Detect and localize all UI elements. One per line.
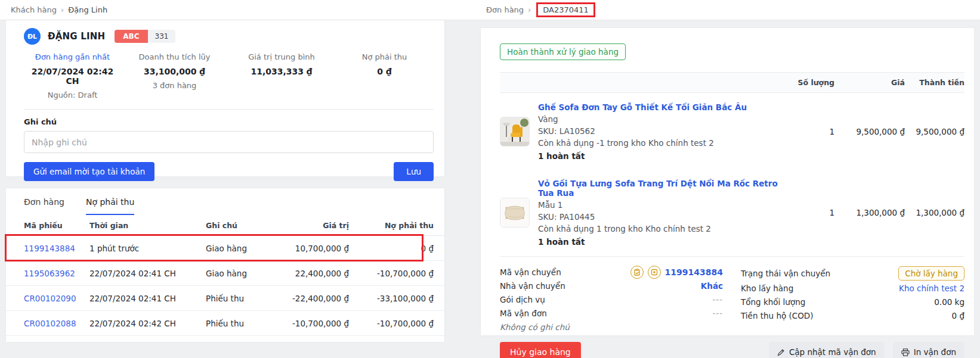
pickup-warehouse-link[interactable]: Kho chính test 2 (899, 284, 964, 293)
col-header-code: Mã phiếu (24, 221, 89, 230)
invite-email-button[interactable]: Gửi email mời tạo tài khoản (24, 162, 154, 181)
stat-last-order-source: Nguồn: Draft (24, 91, 121, 100)
printer-icon (901, 348, 910, 356)
table-row[interactable]: 1195063962 22/07/2024 02:41 CH Giao hàng… (6, 261, 444, 286)
breadcrumb-orders-link[interactable]: Đơn hàng (486, 5, 524, 14)
note-label: Ghi chú (24, 117, 434, 126)
product-name-link[interactable]: Ghế Sofa Đơn Tay Gỗ Thiết Kế Tối Giản Bắ… (538, 102, 781, 112)
avatar: ĐL (24, 28, 41, 45)
tracking-code-value: --- (712, 309, 723, 318)
stat-receivable: Nợ phải thu 0 ₫ (335, 52, 434, 100)
customer-panel: Khách hàng › Đặng Linh ĐL ĐẶNG LINH ABC … (0, 0, 452, 358)
receipt-code-link[interactable]: 1195063962 (24, 269, 89, 278)
product-sku: SKU: PA10445 (538, 212, 781, 222)
customer-profile-card: ĐL ĐẶNG LINH ABC 331 Đơn hàng gần nhất 2… (6, 20, 444, 176)
row-time: 22/07/2024 02:41 CH (89, 269, 206, 278)
pickup-warehouse-label: Kho lấy hàng (741, 284, 793, 293)
customer-tag-331: 331 (148, 30, 176, 43)
row-value: -10,700,000 ₫ (271, 319, 349, 328)
package-icon[interactable] (648, 266, 661, 279)
save-button[interactable]: Lưu (394, 162, 434, 181)
tab-orders[interactable]: Đơn hàng (24, 197, 64, 215)
stat-average-label: Giá trị trung bình (228, 52, 335, 61)
product-variant: Mẫu 1 (538, 200, 781, 210)
col-header-total: Thành tiền (905, 78, 964, 87)
stat-revenue: Doanh thu tích lũy 33,100,000 ₫ 3 đơn hà… (121, 52, 228, 100)
tabs: Đơn hàng Nợ phải thu (6, 188, 444, 215)
shipment-code-link[interactable]: 1199143884 (665, 267, 723, 277)
item-price: 1,300,000 ₫ (834, 208, 905, 217)
stat-average-value: 11,033,333 ₫ (228, 67, 335, 76)
product-fulfilled: 1 hoàn tất (538, 237, 781, 247)
col-header-time: Thời gian (89, 221, 206, 230)
table-row[interactable]: 1199143884 1 phút trước Giao hàng 10,700… (6, 236, 444, 261)
tracking-code-label: Mã vận đơn (500, 309, 547, 318)
product-stock: Còn khả dụng -1 trong kho Kho chính test… (538, 138, 781, 148)
status-badge: Hoàn thành xử lý giao hàng (500, 43, 626, 60)
line-item: Ghế Sofa Đơn Tay Gỗ Thiết Kế Tối Giản Bắ… (500, 93, 964, 169)
order-code-red-highlight: DA2370411 (536, 2, 595, 17)
print-shipping-label-button[interactable]: In vận đơn (893, 342, 964, 358)
product-fulfilled: 1 hoàn tất (538, 151, 781, 161)
row-time: 22/07/2024 02:41 CH (89, 294, 206, 303)
note-input[interactable] (24, 131, 434, 153)
customer-ledger-card: Đơn hàng Nợ phải thu Mã phiếu Thời gian … (6, 188, 444, 342)
product-thumbnail-pillow[interactable] (500, 198, 530, 228)
stat-last-order-value: 22/07/2024 02:42 CH (24, 67, 121, 86)
items-header-row: Số lượng Giá Thành tiền (500, 72, 964, 93)
product-name-link[interactable]: Vỏ Gối Tựa Lưng Sofa Trang Trí Dệt Nổi M… (538, 179, 781, 198)
col-header-value: Giá trị (271, 221, 349, 230)
receipt-code-link[interactable]: 1199143884 (24, 244, 89, 253)
no-note-text: Không có ghi chú (500, 322, 723, 332)
chevron-right-icon: › (528, 5, 531, 14)
row-value: 10,700,000 ₫ (271, 244, 349, 253)
update-tracking-button[interactable]: Cập nhật mã vận đơn (769, 342, 885, 358)
stat-revenue-label: Doanh thu tích lũy (121, 52, 228, 61)
col-header-price: Giá (834, 78, 905, 87)
divider (24, 109, 434, 110)
stat-average: Giá trị trung bình 11,033,333 ₫ (228, 52, 335, 100)
item-qty: 1 (781, 208, 834, 217)
product-thumbnail-chair[interactable] (500, 117, 530, 147)
chair-image (500, 117, 529, 146)
table-row[interactable]: CR00102090 22/07/2024 02:41 CH Phiếu thu… (6, 286, 444, 311)
breadcrumb: Khách hàng › Đặng Linh (0, 0, 452, 20)
shipping-code-label: Mã vận chuyển (500, 267, 561, 277)
item-total: 1,300,000 ₫ (905, 208, 964, 217)
pillow-image (500, 198, 529, 227)
row-note: Giao hàng (206, 244, 271, 253)
cod-label: Tiền thu hộ (COD) (741, 311, 814, 320)
line-item: Vỏ Gối Tựa Lưng Sofa Trang Trí Dệt Nổi M… (500, 169, 964, 255)
stat-last-order-link[interactable]: Đơn hàng gần nhất (24, 52, 121, 61)
order-panel: Đơn hàng › DA2370411 Hoàn thành xử lý gi… (452, 0, 980, 358)
service-package-label: Gói dịch vụ (500, 295, 545, 304)
product-stock: Còn khả dụng 1 trong kho Kho chính test … (538, 224, 781, 234)
row-note: Giao hàng (206, 269, 271, 278)
item-price: 9,500,000 ₫ (834, 127, 905, 136)
row-value: -22,400,000 ₫ (271, 294, 349, 303)
shipping-section: Mã vận chuyển (500, 256, 964, 332)
receipt-code-link[interactable]: CR00102088 (24, 319, 89, 328)
stat-receivable-label: Nợ phải thu (335, 52, 434, 61)
service-package-value: --- (712, 295, 723, 304)
table-row[interactable]: CR00102088 22/07/2024 02:42 CH Phiếu thu… (6, 311, 444, 336)
breadcrumb-customers-link[interactable]: Khách hàng (11, 5, 57, 14)
receipt-code-link[interactable]: CR00102090 (24, 294, 89, 303)
tab-receivables[interactable]: Nợ phải thu (86, 197, 134, 215)
carrier-label: Nhà vận chuyển (500, 281, 565, 291)
shipping-status-label: Trạng thái vận chuyển (741, 269, 830, 278)
stat-revenue-value: 33,100,000 ₫ (121, 67, 228, 76)
row-note: Phiếu thu (206, 294, 271, 303)
product-sku: SKU: LA10562 (538, 126, 781, 136)
shipping-status-badge: Chờ lấy hàng (898, 266, 964, 281)
customer-name: ĐẶNG LINH (48, 31, 105, 42)
ledger-header-row: Mã phiếu Thời gian Ghi chú Giá trị Nợ ph… (6, 215, 444, 236)
clipboard-check-icon[interactable] (630, 266, 644, 279)
carrier-value-link[interactable]: Khác (701, 281, 723, 291)
fulfillment-card: Hoàn thành xử lý giao hàng Số lượng Giá … (481, 28, 974, 335)
stat-receivable-value: 0 ₫ (335, 67, 434, 76)
cancel-delivery-button[interactable]: Hủy giao hàng (500, 342, 581, 358)
cod-value: 0 ₫ (952, 311, 964, 320)
row-note: Phiếu thu (206, 319, 271, 328)
row-debt: -10,700,000 ₫ (349, 269, 434, 278)
